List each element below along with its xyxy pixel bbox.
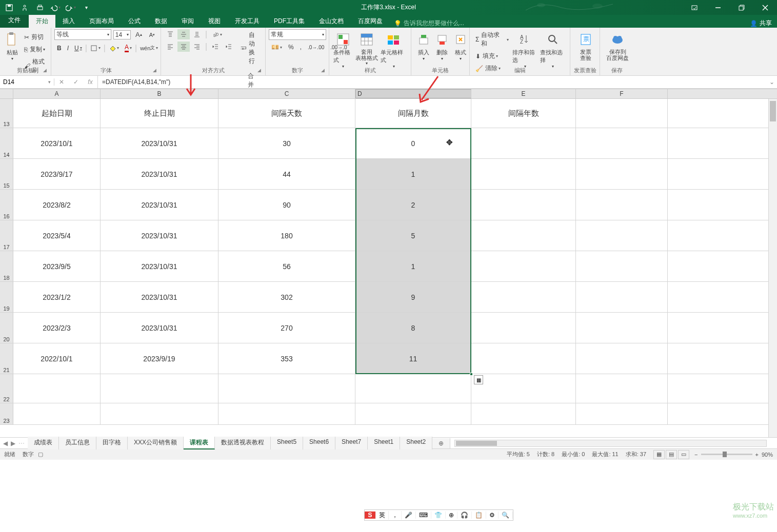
cell-styles-button[interactable]: 单元格样式▾ bbox=[380, 29, 408, 71]
col-header-a[interactable]: A bbox=[13, 89, 101, 98]
bold-button[interactable]: B bbox=[54, 43, 64, 53]
cell[interactable]: 11 bbox=[355, 343, 471, 374]
qat-customize-icon[interactable]: ▾ bbox=[79, 2, 93, 14]
italic-button[interactable]: I bbox=[65, 43, 71, 53]
align-center-icon[interactable] bbox=[177, 42, 190, 52]
enter-formula-icon[interactable]: ✓ bbox=[69, 76, 83, 88]
align-dialog-launcher[interactable]: ◢ bbox=[257, 68, 264, 74]
sheet-prev-icon[interactable]: ◀ bbox=[3, 440, 8, 447]
delete-cells-button[interactable]: 删除▾ bbox=[433, 29, 451, 63]
table-header[interactable]: 间隔年数 bbox=[471, 99, 576, 128]
cell[interactable]: 270 bbox=[218, 313, 355, 343]
increase-decimal-icon[interactable]: .0→.00 bbox=[305, 43, 327, 52]
cell[interactable] bbox=[355, 403, 471, 424]
cell[interactable]: 30 bbox=[218, 128, 355, 158]
row-header[interactable]: 18 bbox=[0, 251, 13, 281]
save-icon[interactable] bbox=[2, 2, 16, 14]
orientation-icon[interactable]: ab bbox=[209, 29, 225, 39]
ime-punct[interactable]: ， bbox=[389, 511, 402, 520]
sheet-tab[interactable]: 课程表 bbox=[184, 437, 215, 449]
align-top-icon[interactable] bbox=[164, 29, 176, 39]
cell[interactable]: 180 bbox=[218, 220, 355, 251]
table-header[interactable]: 终止日期 bbox=[101, 99, 218, 128]
col-header-f[interactable]: F bbox=[576, 89, 668, 98]
cell[interactable] bbox=[218, 374, 355, 403]
sheet-tab[interactable]: Sheet1 bbox=[368, 437, 400, 449]
col-header-e[interactable]: E bbox=[471, 89, 576, 98]
clipboard-dialog-launcher[interactable]: ◢ bbox=[43, 68, 49, 74]
sheet-tab[interactable]: 员工信息 bbox=[59, 437, 96, 449]
cell[interactable] bbox=[471, 403, 576, 424]
minimize-icon[interactable] bbox=[706, 0, 730, 15]
cell[interactable]: 2023/10/31 bbox=[101, 251, 218, 281]
cell[interactable]: 2023/2/3 bbox=[13, 313, 101, 343]
cell[interactable] bbox=[471, 313, 576, 343]
row-header[interactable]: 14 bbox=[0, 128, 13, 158]
row-header[interactable]: 23 bbox=[0, 403, 13, 424]
ime-search-icon[interactable]: 🔍 bbox=[499, 511, 513, 519]
underline-button[interactable]: U bbox=[72, 43, 85, 53]
tab-wps[interactable]: 金山文档 bbox=[312, 14, 351, 28]
cell[interactable]: 44 bbox=[218, 159, 355, 189]
col-header-b[interactable]: B bbox=[101, 89, 218, 98]
font-dialog-launcher[interactable]: ◢ bbox=[153, 68, 159, 74]
shrink-font-icon[interactable]: A▾ bbox=[147, 30, 157, 39]
sheet-tab[interactable]: 田字格 bbox=[96, 437, 128, 449]
name-box[interactable]: D14▾ bbox=[0, 78, 54, 86]
tab-home[interactable]: 开始 bbox=[29, 14, 55, 28]
table-header[interactable]: 间隔月数 bbox=[355, 99, 471, 128]
row-header[interactable]: 22 bbox=[0, 374, 13, 403]
col-header-c[interactable]: C bbox=[218, 89, 355, 98]
cell[interactable] bbox=[471, 374, 576, 403]
cell[interactable] bbox=[576, 313, 668, 343]
cell[interactable]: 2023/10/1 bbox=[13, 128, 101, 158]
cell[interactable] bbox=[101, 403, 218, 424]
sheet-tab[interactable]: Sheet7 bbox=[335, 437, 368, 449]
phonetic-button[interactable]: wén文 bbox=[137, 43, 161, 53]
close-icon[interactable] bbox=[753, 0, 777, 15]
tab-review[interactable]: 审阅 bbox=[174, 14, 201, 28]
cell[interactable]: 2023/10/31 bbox=[101, 190, 218, 220]
select-all-corner[interactable] bbox=[0, 89, 13, 98]
sheet-tab[interactable]: XXX公司销售额 bbox=[128, 437, 184, 449]
expand-formula-bar-icon[interactable]: ⌄ bbox=[767, 78, 777, 86]
font-name-select[interactable]: 等线▾ bbox=[54, 29, 111, 40]
cell[interactable] bbox=[576, 403, 668, 424]
view-layout-icon[interactable]: ▤ bbox=[666, 450, 677, 459]
align-left-icon[interactable] bbox=[164, 42, 176, 52]
add-sheet-button[interactable]: ⊕ bbox=[432, 438, 450, 448]
cell[interactable] bbox=[576, 343, 668, 374]
row-header[interactable]: 19 bbox=[0, 282, 13, 312]
tab-formulas[interactable]: 公式 bbox=[121, 14, 148, 28]
cell[interactable] bbox=[471, 128, 576, 158]
font-color-button[interactable]: A bbox=[122, 42, 134, 54]
row-header[interactable]: 20 bbox=[0, 313, 13, 343]
cell[interactable]: 90 bbox=[218, 190, 355, 220]
align-middle-icon[interactable] bbox=[177, 29, 190, 39]
save-baidu-button[interactable]: 保存到 百度网盘 bbox=[603, 29, 632, 63]
cut-button[interactable]: ✂剪切 bbox=[22, 31, 48, 43]
align-right-icon[interactable] bbox=[191, 42, 203, 52]
conditional-format-button[interactable]: 条件格式▾ bbox=[332, 29, 353, 71]
tab-developer[interactable]: 开发工具 bbox=[228, 14, 267, 28]
spreadsheet-grid[interactable]: A B C D E F 13起始日期终止日期间隔天数间隔月数间隔年数142023… bbox=[0, 89, 777, 437]
autofill-options-icon[interactable]: ▦ bbox=[474, 375, 483, 384]
zoom-in-icon[interactable]: + bbox=[755, 452, 759, 458]
cell[interactable]: 0 bbox=[355, 128, 471, 158]
tab-data[interactable]: 数据 bbox=[148, 14, 174, 28]
tab-pdf[interactable]: PDF工具集 bbox=[267, 14, 312, 28]
autosum-button[interactable]: Σ自动求和 bbox=[473, 29, 511, 50]
tab-view[interactable]: 视图 bbox=[201, 14, 228, 28]
cell[interactable] bbox=[218, 403, 355, 424]
table-header[interactable]: 间隔天数 bbox=[218, 99, 355, 128]
ribbon-options-icon[interactable] bbox=[683, 0, 706, 15]
cell[interactable]: 2023/1/2 bbox=[13, 282, 101, 312]
view-pagebreak-icon[interactable]: ▭ bbox=[678, 450, 689, 459]
format-table-button[interactable]: 套用 表格格式▾ bbox=[353, 29, 380, 71]
format-cells-button[interactable]: 格式▾ bbox=[451, 29, 470, 63]
tell-me[interactable]: 💡告诉我您想要做什么... bbox=[394, 19, 464, 28]
font-size-select[interactable]: 14▾ bbox=[113, 30, 131, 39]
sheet-nav[interactable]: ◀▶⋯ bbox=[0, 440, 28, 447]
cell[interactable]: 2023/9/19 bbox=[101, 343, 218, 374]
cell[interactable] bbox=[576, 190, 668, 220]
